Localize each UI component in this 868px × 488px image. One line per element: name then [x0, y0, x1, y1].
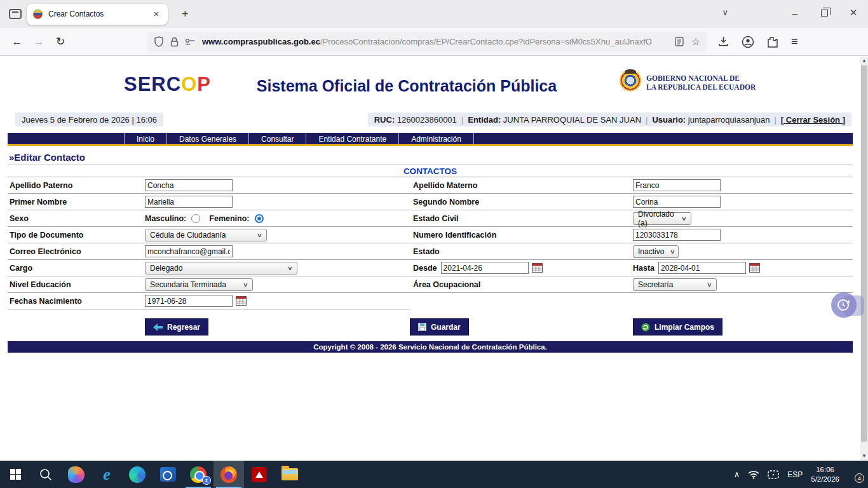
regresar-button[interactable]: Regresar	[145, 318, 208, 336]
downloads-icon[interactable]	[718, 36, 729, 47]
reader-view-icon[interactable]	[675, 37, 684, 46]
tipo-documento-select[interactable]: Cédula de Ciudadanía∨	[145, 229, 267, 241]
monitor-icon[interactable]	[768, 470, 779, 479]
edge-icon	[129, 466, 146, 483]
fecha-nacimiento-input[interactable]	[145, 295, 233, 307]
nav-item-administracion[interactable]: Administración	[398, 133, 474, 144]
section-heading: »Editar Contacto	[8, 152, 853, 165]
nivel-educacion-select[interactable]: Secundaria Terminada∨	[145, 278, 253, 291]
correo-input[interactable]	[145, 245, 233, 257]
fecha-nacimiento-label: Fechas Nacimiento	[8, 297, 145, 306]
estado-civil-label: Estado Civil	[410, 214, 633, 223]
floating-timer-widget[interactable]	[831, 292, 864, 319]
lock-icon[interactable]	[170, 37, 179, 47]
femenino-radio[interactable]	[255, 214, 264, 223]
tab-list-chevron-icon[interactable]: ∨	[722, 8, 728, 17]
tipo-documento-label: Tipo de Documento	[8, 231, 145, 240]
language-indicator[interactable]: ESP	[787, 470, 803, 479]
start-button[interactable]	[0, 461, 31, 488]
limpiar-campos-button[interactable]: Limpiar Campos	[633, 318, 722, 336]
nav-item-inicio[interactable]: Inicio	[124, 133, 166, 144]
segundo-nombre-input[interactable]	[633, 196, 721, 208]
menu-hamburger-icon[interactable]: ≡	[791, 35, 798, 48]
chevron-down-icon: ∨	[243, 281, 248, 288]
tab-close-icon[interactable]: ×	[151, 8, 161, 20]
masculino-label: Masculino:	[145, 214, 186, 223]
file-explorer-icon	[281, 468, 298, 480]
outlook-icon	[160, 467, 176, 482]
desde-input[interactable]	[441, 262, 529, 274]
close-window-button[interactable]: ✕	[839, 7, 868, 18]
forward-button[interactable]: →	[28, 36, 50, 48]
datetime-display: Jueves 5 de Febrero de 2026 | 16:06	[15, 112, 163, 126]
new-tab-button[interactable]: +	[177, 8, 194, 21]
taskbar-copilot-button[interactable]	[61, 461, 92, 488]
taskbar-ie-button[interactable]: e	[92, 461, 122, 488]
taskbar-firefox-button[interactable]	[214, 461, 244, 488]
estado-select[interactable]: Inactivo∨	[633, 245, 679, 258]
cargo-select[interactable]: Delegado∨	[145, 262, 297, 274]
restore-button[interactable]	[810, 8, 839, 18]
estado-civil-select[interactable]: Divorciado (a)∨	[633, 212, 691, 225]
taskbar-search-button[interactable]	[31, 461, 61, 488]
url-bar[interactable]: www.compraspublicas.gob.ec/ProcesoContra…	[147, 32, 707, 52]
masculino-radio[interactable]	[191, 214, 200, 223]
scroll-down-icon[interactable]: ▼	[860, 452, 868, 461]
primer-nombre-input[interactable]	[145, 196, 233, 208]
clock-display[interactable]: 16:065/2/2026	[811, 465, 839, 484]
apellido-paterno-input[interactable]	[145, 179, 233, 191]
main-navigation: Inicio Datos Generales Consultar Entidad…	[8, 133, 853, 146]
browser-tab[interactable]: Crear Contactos ×	[27, 4, 168, 25]
numero-identificacion-input[interactable]	[633, 229, 721, 241]
taskbar-edge-button[interactable]	[122, 461, 153, 488]
back-button[interactable]: ←	[6, 36, 28, 48]
notification-center-button[interactable]: 4	[848, 468, 863, 481]
calendar-icon[interactable]	[532, 263, 543, 273]
taskbar-chrome-button[interactable]	[183, 461, 214, 488]
tray-chevron-icon[interactable]: ∧	[734, 470, 740, 479]
reload-button[interactable]: ↻	[50, 35, 71, 48]
calendar-icon[interactable]	[749, 263, 760, 273]
hasta-input[interactable]	[658, 262, 746, 274]
nav-item-entidad-contratante[interactable]: Entidad Contratante	[306, 133, 398, 144]
back-arrow-icon	[153, 323, 163, 331]
taskbar-acrobat-button[interactable]	[244, 461, 275, 488]
bookmark-star-icon[interactable]: ☆	[691, 36, 700, 48]
nav-item-datos-generales[interactable]: Datos Generales	[166, 133, 248, 144]
page-scrollbar[interactable]: ▲ ▼	[860, 57, 868, 461]
restore-icon	[821, 10, 828, 17]
internet-explorer-icon: e	[103, 466, 111, 483]
scrollbar-thumb[interactable]	[861, 65, 867, 442]
firefox-view-icon[interactable]	[9, 9, 22, 19]
area-ocupacional-select[interactable]: Secretaría∨	[633, 278, 717, 291]
taskbar-outlook-button[interactable]	[153, 461, 183, 488]
apellido-materno-label: Apellido Materno	[410, 181, 633, 190]
scroll-up-icon[interactable]: ▲	[860, 57, 868, 65]
clock-flame-icon	[836, 297, 852, 313]
site-favicon-icon	[33, 10, 43, 19]
form-title: CONTACTOS	[8, 165, 853, 177]
calendar-icon[interactable]	[236, 296, 247, 306]
permissions-icon[interactable]	[184, 38, 196, 46]
firefox-icon	[220, 466, 237, 483]
taskbar-explorer-button[interactable]	[275, 461, 305, 488]
logout-link[interactable]: [ Cerrar Sesión ]	[781, 115, 845, 125]
guardar-button[interactable]: Guardar	[410, 318, 469, 336]
femenino-label: Femenino:	[209, 214, 249, 223]
apellido-paterno-label: Apellido Paterno	[8, 181, 145, 190]
page-content: SERCOP Sistema Oficial de Contratación P…	[0, 57, 860, 461]
nav-item-consultar[interactable]: Consultar	[248, 133, 306, 144]
wifi-icon[interactable]	[748, 470, 759, 479]
notification-badge: 4	[855, 473, 864, 483]
chevron-down-icon: ∨	[287, 265, 293, 271]
correo-label: Correo Electrónico	[8, 247, 145, 256]
minimize-button[interactable]: –	[780, 8, 810, 18]
search-icon	[39, 468, 53, 482]
extensions-puzzle-icon[interactable]	[767, 36, 778, 48]
shield-icon[interactable]	[154, 36, 164, 47]
copyright-footer: Copyright © 2008 - 2026 Servicio Naciona…	[8, 341, 853, 353]
account-icon[interactable]	[742, 36, 754, 48]
apellido-materno-input[interactable]	[633, 179, 721, 191]
windows-taskbar: e ∧ ESP 16:065/2/2026 4	[0, 461, 868, 488]
chrome-profile-badge	[202, 476, 211, 485]
